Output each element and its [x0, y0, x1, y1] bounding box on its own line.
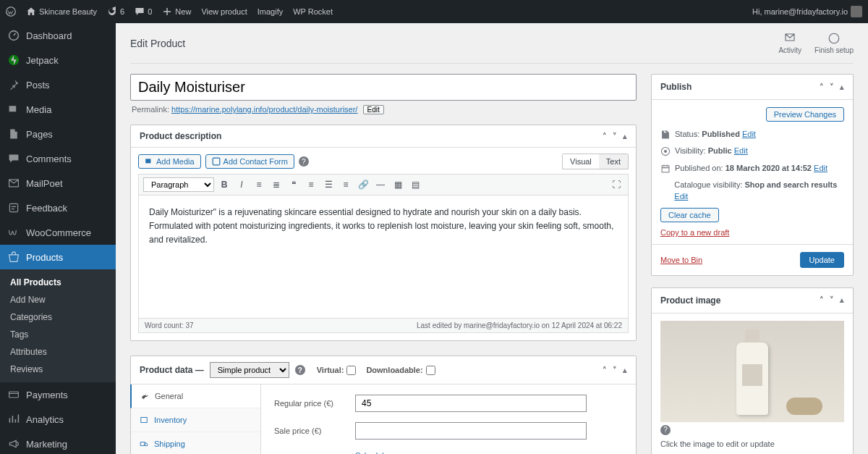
align-center-icon[interactable]: ☰: [321, 177, 336, 192]
submenu-attributes[interactable]: Attributes: [0, 343, 116, 361]
sidebar-item-comments[interactable]: Comments: [0, 146, 116, 171]
date-edit-link[interactable]: Edit: [814, 164, 827, 172]
product-title-input[interactable]: [130, 74, 637, 101]
tab-text[interactable]: Text: [599, 154, 628, 169]
permalink-edit-button[interactable]: Edit: [363, 105, 384, 114]
wp-logo-icon[interactable]: [6, 7, 16, 17]
submenu-add-new[interactable]: Add New: [0, 291, 116, 308]
sale-price-input[interactable]: [355, 422, 587, 440]
pd-tab-inventory[interactable]: Inventory: [131, 408, 260, 432]
help-icon[interactable]: ?: [299, 156, 309, 167]
update-button[interactable]: Update: [800, 252, 844, 268]
wprocket-link[interactable]: WP Rocket: [293, 7, 333, 16]
analytics-icon: [7, 413, 20, 426]
product-image-thumb[interactable]: [660, 321, 844, 422]
pd-tab-shipping[interactable]: Shipping: [131, 432, 260, 454]
copy-draft-link[interactable]: Copy to a new draft: [660, 228, 729, 237]
permalink-row: Permalink: https://marine.polylang.info/…: [130, 101, 637, 125]
status-edit-link[interactable]: Edit: [742, 130, 756, 138]
svg-rect-11: [213, 158, 220, 165]
panel-down-icon[interactable]: ˅: [830, 295, 834, 305]
sidebar-item-mailpoet[interactable]: MailPoet: [0, 171, 116, 196]
panel-down-icon[interactable]: ˅: [613, 366, 617, 375]
product-description-panel: Product description ˄˅▴ Add Media Add Co…: [130, 125, 637, 341]
paragraph-select[interactable]: Paragraph: [143, 177, 214, 192]
description-heading: Product description: [140, 131, 221, 141]
sidebar-item-payments[interactable]: Payments: [0, 382, 116, 407]
activity-button[interactable]: Activity: [778, 32, 801, 54]
comments-icon[interactable]: 0: [135, 7, 152, 17]
quote-icon[interactable]: ❝: [286, 177, 301, 192]
feedback-icon: [7, 201, 20, 214]
more-icon[interactable]: —: [373, 177, 388, 192]
tab-visual[interactable]: Visual: [563, 154, 599, 169]
sidebar-item-products[interactable]: Products: [0, 245, 116, 269]
sidebar-item-woocommerce[interactable]: WooCommerce: [0, 220, 116, 245]
new-link[interactable]: New: [162, 7, 191, 17]
pages-icon: [7, 127, 20, 140]
help-icon[interactable]: ?: [295, 365, 305, 375]
products-submenu: All Products Add New Categories Tags Att…: [0, 269, 116, 382]
panel-toggle-icon[interactable]: ▴: [840, 295, 844, 305]
pin-icon: [7, 78, 20, 91]
downloadable-checkbox[interactable]: [426, 366, 435, 375]
view-product-link[interactable]: View product: [201, 7, 247, 16]
sale-price-label: Sale price (€): [274, 426, 346, 435]
sidebar-item-analytics[interactable]: Analytics: [0, 407, 116, 432]
sidebar-item-pages[interactable]: Pages: [0, 122, 116, 146]
italic-icon[interactable]: I: [234, 177, 249, 192]
sidebar-item-media[interactable]: Media: [0, 97, 116, 122]
finish-setup-button[interactable]: Finish setup: [814, 32, 854, 54]
regular-price-label: Regular price (€): [274, 399, 346, 408]
sidebar-item-jetpack[interactable]: Jetpack: [0, 48, 116, 72]
add-contact-form-button[interactable]: Add Contact Form: [205, 154, 294, 169]
user-greeting[interactable]: Hi, marine@fridayfactory.io: [752, 6, 862, 17]
panel-up-icon[interactable]: ˄: [603, 132, 607, 141]
virtual-checkbox[interactable]: [346, 366, 356, 375]
pd-tab-general[interactable]: General: [130, 384, 260, 408]
sidebar-item-posts[interactable]: Posts: [0, 72, 116, 97]
admin-sidebar: Dashboard Jetpack Posts Media Pages Comm…: [0, 23, 116, 454]
submenu-reviews[interactable]: Reviews: [0, 361, 116, 378]
panel-toggle-icon[interactable]: ▴: [840, 83, 844, 92]
ul-icon[interactable]: ≡: [252, 177, 266, 192]
clear-cache-button[interactable]: Clear cache: [660, 208, 719, 222]
marketing-icon: [7, 437, 20, 450]
toolbar-toggle-icon[interactable]: ▤: [408, 177, 422, 192]
panel-up-icon[interactable]: ˄: [603, 366, 607, 375]
sidebar-item-dashboard[interactable]: Dashboard: [0, 23, 116, 48]
imagify-link[interactable]: Imagify: [258, 7, 283, 16]
help-icon[interactable]: ?: [660, 425, 671, 435]
visibility-edit-link[interactable]: Edit: [734, 146, 748, 155]
refresh-icon[interactable]: 6: [107, 7, 124, 17]
panel-down-icon[interactable]: ˅: [613, 132, 617, 141]
sidebar-item-feedback[interactable]: Feedback: [0, 196, 116, 220]
submenu-categories[interactable]: Categories: [0, 308, 116, 326]
permalink-link[interactable]: https://marine.polylang.info/product/dai…: [171, 105, 357, 114]
link-icon[interactable]: 🔗: [356, 177, 370, 192]
bold-icon[interactable]: B: [217, 177, 231, 192]
align-left-icon[interactable]: ≡: [304, 177, 318, 192]
table-icon[interactable]: ▦: [391, 177, 405, 192]
panel-toggle-icon[interactable]: ▴: [623, 132, 627, 141]
panel-up-icon[interactable]: ˄: [820, 83, 824, 92]
ol-icon[interactable]: ≣: [269, 177, 284, 192]
product-type-select[interactable]: Simple product: [210, 362, 289, 378]
sidebar-item-marketing[interactable]: Marketing: [0, 432, 116, 454]
panel-toggle-icon[interactable]: ▴: [623, 366, 627, 375]
fullscreen-icon[interactable]: ⛶: [609, 177, 624, 192]
panel-down-icon[interactable]: ˅: [830, 83, 834, 92]
align-right-icon[interactable]: ≡: [339, 177, 353, 192]
panel-up-icon[interactable]: ˄: [820, 295, 824, 305]
submenu-all-products[interactable]: All Products: [0, 274, 116, 291]
add-media-button[interactable]: Add Media: [138, 154, 201, 169]
svg-rect-3: [9, 203, 17, 211]
catalogue-edit-link[interactable]: Edit: [674, 192, 688, 201]
regular-price-input[interactable]: [355, 395, 587, 412]
move-to-bin-link[interactable]: Move to Bin: [660, 256, 702, 264]
schedule-link[interactable]: Schedule: [355, 451, 388, 454]
preview-button[interactable]: Preview Changes: [766, 107, 844, 122]
site-link[interactable]: Skincare Beauty: [26, 7, 97, 17]
editor-textarea[interactable]: Daily Moisturizer" is a rejuvenating ski…: [138, 196, 629, 319]
submenu-tags[interactable]: Tags: [0, 326, 116, 343]
